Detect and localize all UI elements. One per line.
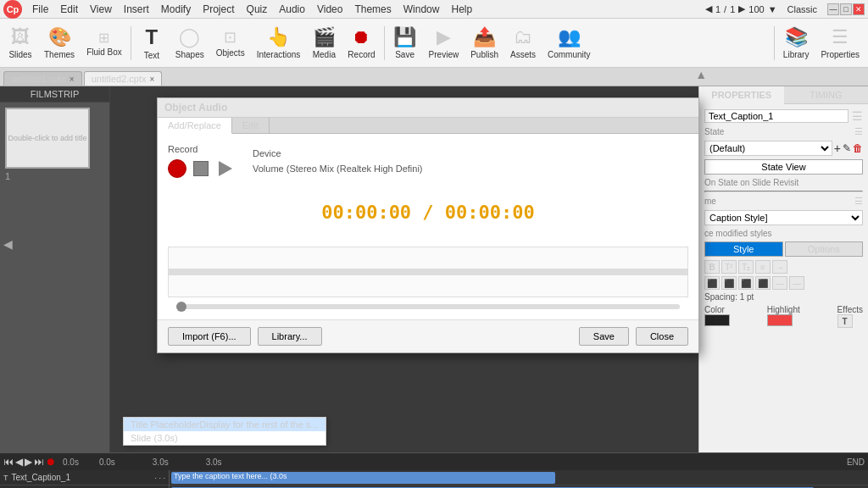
save-button[interactable]: Save bbox=[579, 327, 629, 346]
menu-audio[interactable]: Audio bbox=[274, 2, 310, 17]
effects-T-button[interactable]: T bbox=[837, 314, 853, 328]
style-tab[interactable]: Style bbox=[704, 241, 783, 257]
options-tab[interactable]: Options bbox=[785, 241, 864, 257]
delete-state-icon[interactable]: 🗑 bbox=[853, 142, 863, 154]
style-menu-icon[interactable]: ☰ bbox=[854, 196, 863, 207]
align-right-button[interactable]: ⬛ bbox=[738, 276, 754, 290]
tl-start-button[interactable]: ⏮ bbox=[3, 456, 14, 468]
close-button[interactable]: Close bbox=[636, 327, 688, 346]
align-left-button[interactable]: ⬛ bbox=[704, 276, 720, 290]
tab-properties[interactable]: PROPERTIES bbox=[699, 86, 784, 104]
close-button[interactable]: ✕ bbox=[853, 3, 865, 15]
toolbar-record[interactable]: ⏺ Record bbox=[342, 22, 380, 64]
toolbar-text[interactable]: T Text bbox=[135, 22, 169, 64]
list-button[interactable]: ≡ bbox=[755, 260, 771, 274]
toolbar-fluidbox[interactable]: ⊞ Fluid Box bbox=[81, 22, 127, 64]
record-section: Record bbox=[168, 144, 232, 178]
revisit-label: On State on Slide Revisit bbox=[704, 178, 863, 187]
progress-track[interactable] bbox=[176, 304, 680, 309]
superscript-button[interactable]: T² bbox=[721, 260, 737, 274]
nav-prev[interactable]: ◀ bbox=[705, 3, 712, 14]
tab1-close[interactable]: × bbox=[70, 75, 75, 84]
record-button[interactable] bbox=[168, 159, 186, 178]
align-center-button[interactable]: ⬛ bbox=[721, 276, 737, 290]
highlight-label: Highlight bbox=[767, 305, 800, 314]
toolbar-media[interactable]: 🎬 Media bbox=[307, 22, 341, 64]
align-justify-button[interactable]: ⬛ bbox=[755, 276, 771, 290]
toolbar-community[interactable]: 👥 Community bbox=[542, 22, 596, 64]
objects-label: Objects bbox=[216, 48, 245, 58]
menu-modify[interactable]: Modify bbox=[156, 2, 196, 17]
state-select[interactable]: (Default) bbox=[704, 141, 832, 156]
track-labels: T Text_Caption_1 · · · □ Placeholder_1 ·… bbox=[0, 470, 170, 488]
subscript-button[interactable]: T₂ bbox=[738, 260, 754, 274]
context-item-1[interactable]: Title PlaceholderDisplay for the rest of… bbox=[124, 418, 326, 431]
modal-tab-edit[interactable]: Edit bbox=[232, 118, 270, 133]
menu-bar-right: ◀ 1 / 1 ▶ 100 ▼ Classic — □ ✕ bbox=[705, 3, 865, 15]
border2-button[interactable]: — bbox=[789, 276, 804, 290]
toolbar-interactions[interactable]: 👆 Interactions bbox=[252, 22, 306, 64]
state-view-button[interactable]: State View bbox=[704, 159, 863, 175]
filmstrip-slide-1[interactable]: Double-click to add title 1 bbox=[0, 103, 109, 186]
time-ruler-0: 0.0s bbox=[63, 458, 79, 467]
menu-window[interactable]: Window bbox=[398, 2, 445, 17]
toolbar-publish[interactable]: 📤 Publish bbox=[465, 22, 504, 64]
toolbar-shapes[interactable]: ◯ Shapes bbox=[170, 22, 209, 64]
object-name-input[interactable] bbox=[704, 109, 849, 123]
menu-video[interactable]: Video bbox=[312, 2, 348, 17]
stop-button[interactable] bbox=[193, 161, 209, 176]
toolbar-assets[interactable]: 🗂 Assets bbox=[505, 22, 541, 64]
slide-thumbnail-1[interactable]: Double-click to add title bbox=[5, 108, 90, 169]
nav-next[interactable]: ▶ bbox=[738, 3, 745, 14]
import-button[interactable]: Import (F6)... bbox=[168, 327, 251, 346]
tl-record-button[interactable]: ⏺ bbox=[46, 456, 56, 468]
menu-insert[interactable]: Insert bbox=[119, 2, 154, 17]
state-menu-icon[interactable]: ☰ bbox=[854, 126, 863, 137]
progress-thumb[interactable] bbox=[176, 302, 186, 312]
toolbar-properties[interactable]: ☰ Properties bbox=[815, 22, 865, 64]
minimize-button[interactable]: — bbox=[827, 3, 839, 15]
border-button[interactable]: — bbox=[772, 276, 787, 290]
tl-prev-button[interactable]: ◀ bbox=[15, 456, 23, 468]
tab-untitled1[interactable]: untitled1.cptx × bbox=[3, 71, 82, 86]
highlight-swatch[interactable] bbox=[767, 314, 793, 326]
menu-view[interactable]: View bbox=[85, 2, 117, 17]
menu-edit[interactable]: Edit bbox=[55, 2, 83, 17]
indent-button[interactable]: → bbox=[772, 260, 787, 274]
track-label-text-caption[interactable]: T Text_Caption_1 · · · bbox=[0, 470, 169, 485]
toolbar-save[interactable]: 💾 Save bbox=[388, 22, 422, 64]
preview-icon: ▶ bbox=[437, 26, 451, 48]
track-block-text-caption[interactable]: Type the caption text here... (3.0s bbox=[171, 472, 555, 484]
scroll-right-arrow[interactable]: ▲ bbox=[695, 68, 707, 81]
toolbar-themes[interactable]: 🎨 Themes bbox=[39, 22, 80, 64]
toolbar-preview[interactable]: ▶ Preview bbox=[424, 22, 465, 64]
edit-state-icon[interactable]: ✎ bbox=[843, 142, 851, 154]
menu-themes[interactable]: Themes bbox=[349, 2, 396, 17]
toolbar-library[interactable]: 📚 Library bbox=[778, 22, 815, 64]
filmstrip-collapse[interactable]: ◀ bbox=[0, 234, 16, 254]
tab-untitled2[interactable]: untitled2.cptx × bbox=[84, 71, 163, 86]
context-item-2[interactable]: Slide (3.0s) bbox=[124, 431, 326, 445]
play-button[interactable] bbox=[219, 161, 232, 176]
state-label: State bbox=[704, 127, 853, 136]
style-select[interactable]: Caption Style] bbox=[704, 210, 863, 225]
menu-project[interactable]: Project bbox=[198, 2, 239, 17]
add-state-icon[interactable]: + bbox=[834, 141, 841, 155]
timeline-header: ⏮ ◀ ▶ ⏭ ⏺ 0.0s 0.0s 3.0s 3.0s END bbox=[0, 453, 868, 470]
library-button[interactable]: Library... bbox=[258, 327, 322, 346]
modal-tab-add-replace[interactable]: Add/Replace bbox=[158, 118, 232, 134]
menu-help[interactable]: Help bbox=[446, 2, 477, 17]
menu-quiz[interactable]: Quiz bbox=[242, 2, 273, 17]
bold-button[interactable]: B bbox=[704, 260, 720, 274]
toolbar-slides[interactable]: 🖼 Slides bbox=[3, 22, 37, 64]
tl-play-button[interactable]: ▶ bbox=[25, 456, 32, 468]
tab-timing[interactable]: TIMING bbox=[784, 86, 869, 104]
toolbar-objects[interactable]: ⊡ Objects bbox=[211, 22, 250, 64]
tab2-close[interactable]: × bbox=[150, 75, 155, 84]
tl-next-button[interactable]: ⏭ bbox=[34, 456, 44, 468]
color-swatch[interactable] bbox=[704, 314, 730, 326]
menu-file[interactable]: File bbox=[27, 2, 53, 17]
object-menu-icon[interactable]: ☰ bbox=[852, 109, 863, 123]
maximize-button[interactable]: □ bbox=[840, 3, 852, 15]
mode-label[interactable]: Classic bbox=[787, 4, 817, 14]
